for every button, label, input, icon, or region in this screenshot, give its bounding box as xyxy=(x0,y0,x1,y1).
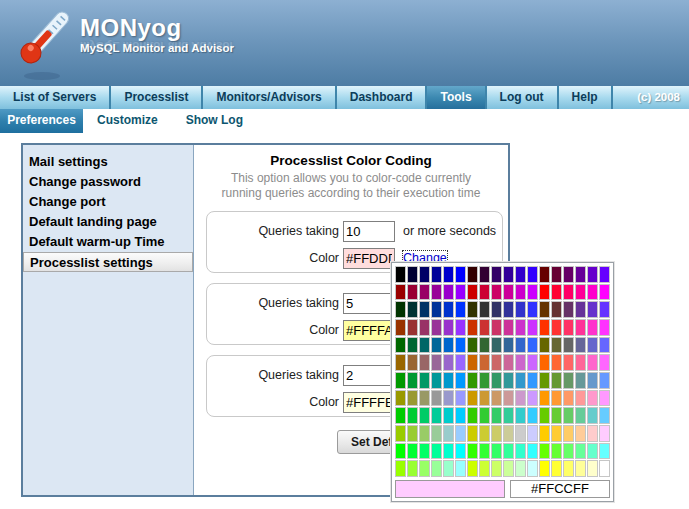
palette-color-cell[interactable] xyxy=(539,337,550,354)
palette-color-cell[interactable] xyxy=(419,425,430,442)
palette-color-cell[interactable] xyxy=(419,354,430,371)
palette-color-cell[interactable] xyxy=(563,266,574,283)
palette-color-cell[interactable] xyxy=(515,460,526,477)
palette-color-cell[interactable] xyxy=(587,407,598,424)
palette-color-cell[interactable] xyxy=(575,407,586,424)
palette-color-cell[interactable] xyxy=(527,425,538,442)
palette-color-cell[interactable] xyxy=(407,284,418,301)
seconds-input-1[interactable] xyxy=(343,221,395,242)
palette-color-cell[interactable] xyxy=(467,372,478,389)
palette-color-cell[interactable] xyxy=(575,337,586,354)
palette-color-cell[interactable] xyxy=(491,337,502,354)
palette-color-cell[interactable] xyxy=(443,407,454,424)
palette-color-cell[interactable] xyxy=(563,284,574,301)
palette-color-cell[interactable] xyxy=(491,266,502,283)
palette-color-cell[interactable] xyxy=(527,284,538,301)
palette-color-cell[interactable] xyxy=(455,337,466,354)
palette-color-cell[interactable] xyxy=(527,319,538,336)
palette-color-cell[interactable] xyxy=(479,354,490,371)
palette-color-cell[interactable] xyxy=(443,372,454,389)
palette-color-cell[interactable] xyxy=(575,284,586,301)
palette-color-cell[interactable] xyxy=(527,460,538,477)
palette-color-cell[interactable] xyxy=(431,284,442,301)
palette-color-cell[interactable] xyxy=(431,301,442,318)
palette-color-cell[interactable] xyxy=(539,425,550,442)
palette-color-cell[interactable] xyxy=(467,407,478,424)
palette-color-cell[interactable] xyxy=(455,266,466,283)
palette-color-cell[interactable] xyxy=(479,372,490,389)
sidebar-item-default-warm-up-time[interactable]: Default warm-up Time xyxy=(23,232,193,252)
palette-color-cell[interactable] xyxy=(563,372,574,389)
palette-color-cell[interactable] xyxy=(587,443,598,460)
palette-color-cell[interactable] xyxy=(599,337,610,354)
palette-color-cell[interactable] xyxy=(575,301,586,318)
palette-color-cell[interactable] xyxy=(491,372,502,389)
palette-color-cell[interactable] xyxy=(527,407,538,424)
palette-color-cell[interactable] xyxy=(395,337,406,354)
palette-color-cell[interactable] xyxy=(467,319,478,336)
palette-color-cell[interactable] xyxy=(467,390,478,407)
palette-color-cell[interactable] xyxy=(479,390,490,407)
palette-color-cell[interactable] xyxy=(407,407,418,424)
palette-color-cell[interactable] xyxy=(491,319,502,336)
palette-color-cell[interactable] xyxy=(431,319,442,336)
palette-color-cell[interactable] xyxy=(599,319,610,336)
palette-color-cell[interactable] xyxy=(455,425,466,442)
palette-color-cell[interactable] xyxy=(575,443,586,460)
palette-color-cell[interactable] xyxy=(491,443,502,460)
seconds-input-2[interactable] xyxy=(343,293,395,314)
palette-color-cell[interactable] xyxy=(431,266,442,283)
palette-color-cell[interactable] xyxy=(467,425,478,442)
palette-color-cell[interactable] xyxy=(491,354,502,371)
palette-color-cell[interactable] xyxy=(587,425,598,442)
palette-color-cell[interactable] xyxy=(599,425,610,442)
palette-color-cell[interactable] xyxy=(491,460,502,477)
palette-color-cell[interactable] xyxy=(575,319,586,336)
palette-color-cell[interactable] xyxy=(539,390,550,407)
palette-color-cell[interactable] xyxy=(443,425,454,442)
palette-color-cell[interactable] xyxy=(467,301,478,318)
palette-color-cell[interactable] xyxy=(587,354,598,371)
palette-color-cell[interactable] xyxy=(443,284,454,301)
palette-color-cell[interactable] xyxy=(455,319,466,336)
sidebar-item-change-password[interactable]: Change password xyxy=(23,172,193,192)
palette-color-cell[interactable] xyxy=(527,266,538,283)
palette-color-cell[interactable] xyxy=(587,319,598,336)
palette-color-cell[interactable] xyxy=(539,443,550,460)
palette-color-cell[interactable] xyxy=(599,372,610,389)
palette-color-cell[interactable] xyxy=(467,460,478,477)
palette-color-cell[interactable] xyxy=(503,354,514,371)
tab-customize[interactable]: Customize xyxy=(83,109,172,133)
palette-color-cell[interactable] xyxy=(395,354,406,371)
palette-color-cell[interactable] xyxy=(395,443,406,460)
palette-color-cell[interactable] xyxy=(443,266,454,283)
palette-color-cell[interactable] xyxy=(479,266,490,283)
palette-color-cell[interactable] xyxy=(515,443,526,460)
palette-color-cell[interactable] xyxy=(563,337,574,354)
palette-color-cell[interactable] xyxy=(431,354,442,371)
palette-color-cell[interactable] xyxy=(479,319,490,336)
palette-color-cell[interactable] xyxy=(467,284,478,301)
palette-color-cell[interactable] xyxy=(419,301,430,318)
palette-color-cell[interactable] xyxy=(503,372,514,389)
palette-color-cell[interactable] xyxy=(503,319,514,336)
palette-color-cell[interactable] xyxy=(587,460,598,477)
palette-color-cell[interactable] xyxy=(575,372,586,389)
palette-color-cell[interactable] xyxy=(539,301,550,318)
nav-item-list-of-servers[interactable]: List of Servers xyxy=(0,86,111,109)
palette-color-cell[interactable] xyxy=(395,390,406,407)
palette-color-cell[interactable] xyxy=(455,443,466,460)
palette-color-cell[interactable] xyxy=(539,354,550,371)
palette-color-cell[interactable] xyxy=(503,337,514,354)
palette-color-cell[interactable] xyxy=(419,460,430,477)
palette-color-cell[interactable] xyxy=(455,354,466,371)
palette-color-cell[interactable] xyxy=(419,407,430,424)
palette-color-cell[interactable] xyxy=(431,425,442,442)
sidebar-item-processlist-settings[interactable]: Processlist settings xyxy=(23,252,193,272)
palette-color-cell[interactable] xyxy=(395,407,406,424)
palette-color-cell[interactable] xyxy=(419,284,430,301)
palette-color-cell[interactable] xyxy=(407,319,418,336)
palette-color-cell[interactable] xyxy=(395,425,406,442)
nav-item-dashboard[interactable]: Dashboard xyxy=(337,86,428,109)
palette-color-cell[interactable] xyxy=(527,337,538,354)
